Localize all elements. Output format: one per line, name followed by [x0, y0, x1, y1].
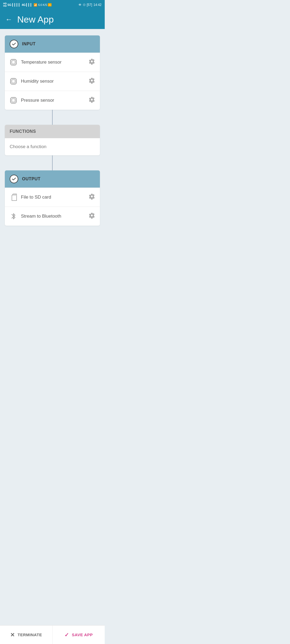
temperature-gear-button[interactable] [89, 58, 95, 66]
chip-icon-temperature [10, 58, 17, 66]
sd-card-label: File to SD card [21, 195, 85, 200]
choose-function-label: Choose a function [10, 144, 46, 149]
output-checkmark-svg [12, 177, 16, 181]
input-header-label: INPUT [22, 42, 36, 46]
input-section-header: INPUT [5, 35, 100, 53]
chip-icon-pressure [10, 97, 17, 104]
battery-icon: [57] [87, 3, 92, 7]
output-section: OUTPUT File to SD card [5, 170, 100, 226]
notification-icon: ⚠ [48, 3, 52, 6]
time-display: 14:42 [93, 3, 102, 7]
chip-icon-humidity [10, 78, 17, 85]
functions-section-header: FUNCTIONS [5, 125, 100, 138]
output-header-label: OUTPUT [22, 177, 41, 181]
bluetooth-label: Stream to Bluetooth [21, 214, 85, 219]
pressure-sensor-item[interactable]: Pressure sensor [5, 91, 100, 110]
network-4g: 4G [22, 3, 26, 6]
output-check-icon [10, 175, 18, 183]
humidity-sensor-label: Humidity sensor [21, 79, 85, 84]
network-speed: 6.6 K/S [38, 3, 47, 6]
temperature-sensor-item[interactable]: Temperature sensor [5, 53, 100, 72]
signal-bars-2: ▎▎▎ [26, 3, 33, 7]
svg-rect-14 [11, 79, 16, 84]
input-check-icon [10, 40, 18, 48]
network-5g: 5G [8, 3, 12, 6]
pressure-gear-button[interactable] [89, 96, 95, 104]
status-right: 👁 ⨸ [57] 14:42 [78, 3, 102, 7]
pressure-sensor-label: Pressure sensor [21, 98, 85, 103]
bluetooth-gear-button[interactable] [89, 212, 95, 220]
eye-icon: 👁 [78, 3, 82, 7]
app-bar: ← New App [0, 10, 105, 29]
svg-rect-1 [12, 61, 15, 64]
svg-rect-15 [12, 80, 15, 83]
bluetooth-icon [10, 213, 17, 220]
humidity-gear-button[interactable] [89, 77, 95, 85]
signal-bars: ▎▎▎▎ [12, 3, 21, 7]
functions-section: FUNCTIONS Choose a function [5, 125, 100, 155]
humidity-sensor-item[interactable]: Humidity sensor [5, 72, 100, 91]
bluetooth-status-icon: ⨸ [83, 3, 85, 7]
status-bar: HDHD 5G ▎▎▎▎ 4G ▎▎▎ 📶 6.6 K/S ⚠ 👁 ⨸ [57]… [0, 0, 105, 10]
connector-2 [5, 155, 100, 170]
back-button[interactable]: ← [5, 15, 12, 24]
sd-card-gear-button[interactable] [89, 193, 95, 201]
hd-indicator: HDHD [3, 2, 7, 7]
choose-function-item[interactable]: Choose a function [5, 138, 100, 155]
checkmark-svg [12, 42, 16, 46]
main-content: INPUT [0, 29, 105, 250]
temperature-sensor-label: Temperature sensor [21, 60, 85, 65]
connector-1 [5, 110, 100, 125]
status-left: HDHD 5G ▎▎▎▎ 4G ▎▎▎ 📶 6.6 K/S ⚠ [3, 2, 52, 7]
svg-rect-28 [11, 98, 16, 103]
wifi-icon: 📶 [34, 3, 37, 7]
functions-header-label: FUNCTIONS [10, 129, 36, 134]
sd-card-icon [10, 193, 17, 201]
input-section: INPUT [5, 35, 100, 110]
output-section-header: OUTPUT [5, 170, 100, 188]
svg-rect-0 [11, 60, 16, 65]
svg-rect-29 [12, 99, 15, 102]
sd-card-item[interactable]: File to SD card [5, 188, 100, 207]
page-title: New App [17, 14, 54, 25]
bluetooth-item[interactable]: Stream to Bluetooth [5, 207, 100, 226]
